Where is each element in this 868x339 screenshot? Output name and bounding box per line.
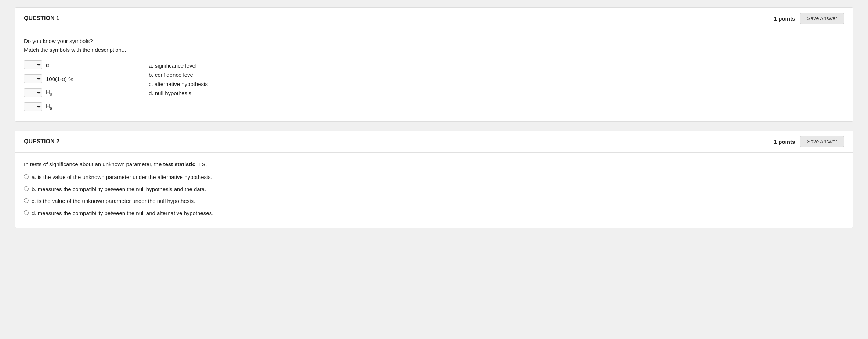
- question-1-save-button[interactable]: Save Answer: [800, 13, 844, 24]
- question-2-save-button[interactable]: Save Answer: [800, 136, 844, 147]
- match-symbol-h0: H0: [46, 89, 52, 96]
- question-2-option-c-text: c. is the value of the unknown parameter…: [32, 197, 195, 206]
- match-row-confidence: - a b c d 100(1-α) %: [24, 74, 127, 83]
- question-2-radio-c[interactable]: [24, 198, 29, 203]
- question-2-meta: 1 points Save Answer: [774, 136, 844, 147]
- match-select-ha[interactable]: - a b c d: [24, 102, 42, 111]
- page-container: QUESTION 1 1 points Save Answer Do you k…: [0, 0, 868, 244]
- match-row-alpha: - a b c d α: [24, 60, 127, 69]
- question-2-intro-suffix: , TS,: [195, 161, 207, 167]
- question-2-points: 1 points: [774, 139, 795, 145]
- match-option-b: b. confidence level: [149, 72, 208, 78]
- match-symbol-alpha: α: [46, 62, 49, 68]
- match-left-column: - a b c d α - a b: [24, 60, 127, 111]
- question-1-prompt-line1: Do you know your symbols?: [24, 37, 844, 46]
- match-select-alpha[interactable]: - a b c d: [24, 60, 42, 69]
- match-right-column: a. significance level b. confidence leve…: [149, 60, 208, 96]
- question-2-header: QUESTION 2 1 points Save Answer: [15, 131, 853, 153]
- match-layout: - a b c d α - a b: [24, 60, 844, 111]
- question-2-intro-bold: test statistic: [163, 161, 195, 167]
- match-symbol-ha: Ha: [46, 103, 52, 110]
- match-row-h0: - a b c d H0: [24, 88, 127, 97]
- question-2-option-d[interactable]: d. measures the compatibility between th…: [24, 209, 844, 218]
- question-1-meta: 1 points Save Answer: [774, 13, 844, 24]
- question-2-intro-prefix: In tests of significance about an unknow…: [24, 161, 163, 167]
- question-2-option-a[interactable]: a. is the value of the unknown parameter…: [24, 173, 844, 182]
- question-2-intro: In tests of significance about an unknow…: [24, 160, 844, 169]
- question-1-prompt-line2: Match the symbols with their description…: [24, 46, 844, 54]
- question-2-options: a. is the value of the unknown parameter…: [24, 173, 844, 217]
- match-option-c: c. alternative hypothesis: [149, 81, 208, 87]
- question-2-option-a-text: a. is the value of the unknown parameter…: [32, 173, 212, 182]
- question-2-radio-b[interactable]: [24, 186, 29, 191]
- question-1-card: QUESTION 1 1 points Save Answer Do you k…: [15, 7, 853, 122]
- match-row-ha: - a b c d Ha: [24, 102, 127, 111]
- question-2-body: In tests of significance about an unknow…: [15, 153, 853, 228]
- question-2-title: QUESTION 2: [24, 138, 59, 145]
- match-option-d: d. null hypothesis: [149, 90, 208, 96]
- question-2-radio-a[interactable]: [24, 174, 29, 179]
- question-2-option-d-text: d. measures the compatibility between th…: [32, 209, 213, 218]
- question-2-option-c[interactable]: c. is the value of the unknown parameter…: [24, 197, 844, 206]
- question-2-option-b[interactable]: b. measures the compatibility between th…: [24, 185, 844, 194]
- question-2-card: QUESTION 2 1 points Save Answer In tests…: [15, 131, 853, 228]
- match-option-a: a. significance level: [149, 63, 208, 69]
- match-symbol-confidence: 100(1-α) %: [46, 76, 73, 82]
- question-1-header: QUESTION 1 1 points Save Answer: [15, 8, 853, 29]
- question-1-body: Do you know your symbols? Match the symb…: [15, 29, 853, 121]
- question-1-prompt: Do you know your symbols? Match the symb…: [24, 37, 844, 54]
- question-1-title: QUESTION 1: [24, 15, 59, 22]
- match-select-confidence[interactable]: - a b c d: [24, 74, 42, 83]
- question-1-points: 1 points: [774, 15, 795, 22]
- question-2-option-b-text: b. measures the compatibility between th…: [32, 185, 206, 194]
- question-2-radio-d[interactable]: [24, 210, 29, 215]
- match-select-h0[interactable]: - a b c d: [24, 88, 42, 97]
